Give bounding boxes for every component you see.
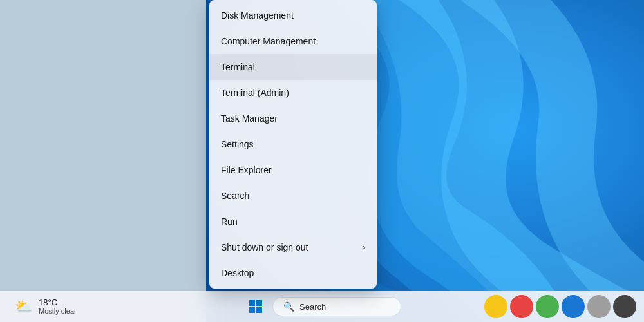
tray-icon-3[interactable]	[536, 295, 559, 318]
tray-icon-6[interactable]	[613, 295, 636, 318]
menu-item-search[interactable]: Search	[209, 183, 377, 209]
taskbar: ⛅ 18°C Mostly clear 🔍 Search	[0, 291, 644, 322]
tray-icon-1[interactable]	[484, 295, 507, 318]
menu-item-disk-management[interactable]: Disk Management	[209, 3, 377, 28]
submenu-chevron-icon: ›	[363, 243, 365, 252]
menu-item-label: Run	[221, 216, 238, 227]
menu-item-desktop[interactable]: Desktop	[209, 260, 377, 286]
menu-item-label: Computer Management	[221, 36, 316, 46]
menu-item-terminal[interactable]: Terminal	[209, 54, 377, 80]
weather-description: Mostly clear	[39, 307, 77, 316]
svg-rect-5	[256, 307, 262, 313]
menu-item-label: Task Manager	[221, 113, 278, 124]
taskbar-left: ⛅ 18°C Mostly clear	[8, 294, 82, 319]
svg-rect-0	[0, 0, 206, 322]
search-bar[interactable]: 🔍 Search	[272, 297, 401, 316]
desktop: Disk Management Computer Management Term…	[0, 0, 644, 322]
svg-rect-4	[249, 307, 255, 313]
menu-item-label: Desktop	[221, 268, 254, 278]
taskbar-right	[484, 295, 636, 318]
start-button[interactable]	[243, 294, 269, 319]
tray-icon-5[interactable]	[587, 295, 611, 318]
menu-item-run[interactable]: Run	[209, 209, 377, 234]
menu-item-label: Shut down or sign out	[221, 242, 308, 252]
menu-item-file-explorer[interactable]: File Explorer	[209, 157, 377, 183]
menu-item-label: Terminal (Admin)	[221, 88, 289, 98]
menu-item-shut-down[interactable]: Shut down or sign out ›	[209, 234, 377, 260]
weather-temperature: 18°C	[39, 298, 77, 308]
windows-logo-icon	[249, 299, 263, 314]
taskbar-center: 🔍 Search	[243, 294, 401, 319]
svg-rect-2	[249, 300, 255, 306]
menu-item-settings[interactable]: Settings	[209, 131, 377, 157]
weather-text: 18°C Mostly clear	[39, 298, 77, 316]
menu-item-computer-management[interactable]: Computer Management	[209, 28, 377, 54]
search-label: Search	[299, 302, 326, 312]
weather-icon: ⛅	[13, 296, 33, 317]
menu-item-label: Search	[221, 191, 249, 201]
menu-item-label: Settings	[221, 139, 254, 149]
weather-widget[interactable]: ⛅ 18°C Mostly clear	[8, 294, 82, 319]
menu-item-label: Terminal	[221, 62, 255, 72]
svg-rect-3	[256, 300, 262, 306]
context-menu: Disk Management Computer Management Term…	[209, 0, 377, 289]
menu-item-task-manager[interactable]: Task Manager	[209, 106, 377, 131]
tray-icon-2[interactable]	[510, 295, 533, 318]
search-icon: 🔍	[283, 301, 294, 312]
menu-item-label: Disk Management	[221, 10, 294, 21]
menu-item-terminal-admin[interactable]: Terminal (Admin)	[209, 80, 377, 106]
menu-item-label: File Explorer	[221, 165, 272, 175]
tray-icon-4[interactable]	[562, 295, 585, 318]
